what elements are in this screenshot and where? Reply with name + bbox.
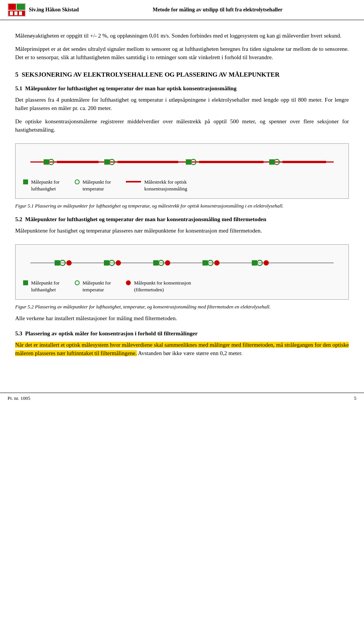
legend-square-2-icon: [23, 280, 28, 285]
svg-rect-31: [55, 260, 60, 266]
author-name: Siv.ing Håkon Skistad: [29, 7, 79, 13]
legend-1: Målepunkt forlufthastighet Målepunkt for…: [23, 179, 341, 192]
svg-rect-5: [14, 11, 17, 15]
svg-point-28: [214, 260, 220, 266]
section-5-3-heading: 5.3 Plassering av optisk måler for konse…: [15, 330, 349, 337]
svg-point-24: [116, 260, 121, 266]
svg-rect-33: [153, 260, 158, 266]
svg-rect-34: [202, 260, 208, 266]
svg-rect-32: [104, 260, 109, 266]
diagram-2: [23, 252, 341, 274]
page-header: Siv.ing Håkon Skistad Metode for måling …: [0, 0, 364, 20]
legend-2-label-2: Målepunkt fortemperatur: [83, 280, 111, 293]
diagram-1: [23, 151, 341, 173]
legend-1-item-2: Målepunkt fortemperatur: [75, 179, 111, 192]
legend-dot-icon: [126, 280, 131, 285]
paragraph-2: Måleprinsippet er at det sendes ultralyd…: [15, 45, 349, 62]
after-highlight-text: Avstanden bør ikke være større enn 0,2 m…: [137, 350, 243, 356]
header-title: Metode for måling av utslipp til luft fr…: [79, 7, 356, 13]
svg-rect-1: [8, 4, 16, 10]
page-footer: Pr. nr. 1005 5: [0, 393, 364, 404]
svg-point-22: [66, 260, 72, 266]
legend-1-label-1: Målepunkt forlufthastighet: [31, 179, 60, 192]
legend-line-icon: [126, 181, 141, 182]
svg-rect-4: [10, 11, 13, 15]
section-5-1-heading: 5.1 Målepunkter for lufthastighet og tem…: [15, 85, 349, 92]
figure-2-caption: Figur 5.2 Plassering av målepunkter for …: [15, 303, 349, 310]
legend-square-icon: [23, 179, 28, 184]
legend-2-label-3: Målepunkt for konsentrasjon(filtermetode…: [134, 280, 191, 293]
section-5-2-p1: Målepunktene for hastighet og temperatur…: [15, 226, 349, 235]
legend-2-item-2: Målepunkt fortemperatur: [75, 280, 111, 293]
svg-rect-6: [19, 11, 22, 15]
legend-1-item-3: Målestrekk for optiskkonsentrasjonsmålin…: [126, 179, 187, 192]
legend-1-label-3: Målestrekk for optiskkonsentrasjonsmålin…: [144, 179, 187, 192]
figure-1-box: Målepunkt forlufthastighet Målepunkt for…: [15, 143, 349, 199]
svg-rect-35: [252, 260, 257, 266]
section-5-2-extra: Alle verkene har installert målestasjone…: [15, 314, 349, 323]
section-5-1-p1: Det plasseres fra 4 punktmålere for luft…: [15, 96, 349, 113]
legend-circle-icon: [75, 179, 80, 184]
paragraph-1: Målenøyaktigheten er oppgitt til +/- 2 %…: [15, 31, 349, 40]
figure-1-caption: Figur 5.1 Plassering av målepunkter for …: [15, 203, 349, 209]
section-5-3-text: Når det er installert et optisk målesyst…: [15, 341, 349, 358]
header-left: Siv.ing Håkon Skistad: [8, 3, 79, 17]
figure-2-box: Målepunkt forlufthastighet Målepunkt for…: [15, 244, 349, 300]
legend-1-label-2: Målepunkt fortemperatur: [83, 179, 111, 192]
footer-left: Pr. nr. 1005: [8, 395, 30, 401]
legend-2-item-1: Målepunkt forlufthastighet: [23, 280, 60, 293]
legend-2-label-1: Målepunkt forlufthastighet: [31, 280, 60, 293]
section-5-heading: 5 SEKSJONERING AV ELEKTROLYSEHALLENE OG …: [15, 71, 349, 79]
svg-point-30: [264, 260, 269, 266]
logo-icon: [8, 3, 26, 17]
legend-1-item-1: Målepunkt forlufthastighet: [23, 179, 60, 192]
svg-point-26: [165, 260, 170, 266]
legend-2-item-3: Målepunkt for konsentrasjon(filtermetode…: [126, 280, 191, 293]
section-5-1-p2: De optiske konsentrasjonsmålerne registr…: [15, 117, 349, 134]
section-5-2-heading: 5.2 Målepunkter for lufthastighet og tem…: [15, 216, 349, 223]
main-content: Målenøyaktigheten er oppgitt til +/- 2 %…: [0, 28, 364, 377]
svg-rect-2: [17, 4, 25, 10]
footer-right: 5: [354, 395, 357, 401]
legend-circle-2-icon: [75, 280, 80, 285]
legend-2: Målepunkt forlufthastighet Målepunkt for…: [23, 280, 341, 293]
